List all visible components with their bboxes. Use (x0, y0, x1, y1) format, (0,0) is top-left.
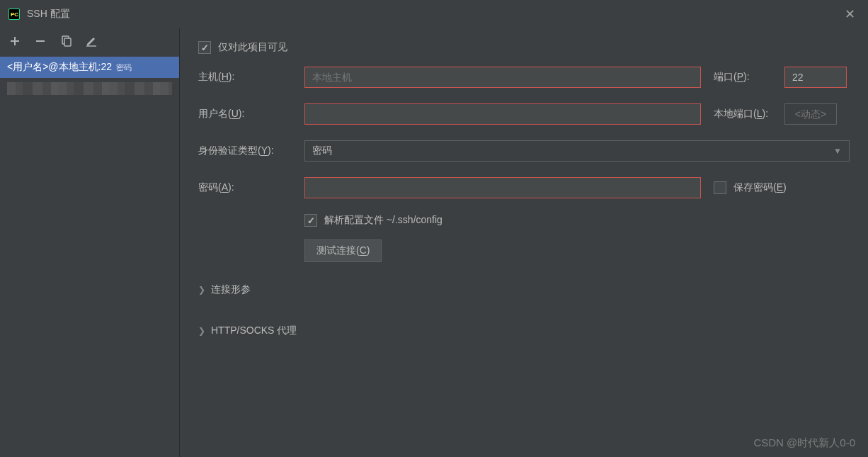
expander-label: HTTP/SOCKS 代理 (211, 325, 297, 337)
watermark: CSDN @时代新人0-0 (753, 436, 855, 450)
edit-icon[interactable] (85, 35, 98, 47)
app-icon: PC (7, 7, 21, 21)
save-password-label: 保存密码(E) (733, 181, 787, 194)
window-title: SSH 配置 (27, 8, 70, 21)
sidebar: <用户名>@本地主机:22 密码 (0, 28, 180, 457)
host-input[interactable] (304, 67, 701, 88)
config-item-2[interactable] (0, 78, 179, 99)
visible-only-checkbox[interactable] (198, 41, 211, 54)
test-connection-button[interactable]: 测试连接(C) (304, 239, 382, 262)
chevron-down-icon: ▼ (833, 146, 842, 156)
sidebar-toolbar (0, 28, 179, 57)
parse-config-label: 解析配置文件 ~/.ssh/config (324, 214, 442, 227)
port-label: 端口(P): (714, 71, 784, 84)
expander-proxy[interactable]: ❯ HTTP/SOCKS 代理 (198, 325, 850, 337)
auth-type-label: 身份验证类型(Y): (198, 145, 304, 157)
port-input[interactable] (784, 67, 847, 88)
parse-config-checkbox[interactable] (304, 214, 317, 227)
chevron-right-icon: ❯ (198, 326, 205, 336)
host-label: 主机(H): (198, 71, 304, 84)
remove-icon[interactable] (34, 35, 47, 47)
local-port-label: 本地端口(L): (714, 108, 784, 120)
copy-icon[interactable] (59, 35, 72, 47)
close-icon[interactable]: ✕ (839, 4, 861, 25)
expander-label: 连接形参 (211, 283, 251, 296)
form-panel: 仅对此项目可见 主机(H): 端口(P): 用户名(U): 本地端口(L): 身… (180, 28, 868, 457)
local-port-input[interactable] (784, 103, 837, 125)
svg-rect-4 (64, 38, 71, 46)
save-password-checkbox[interactable] (714, 181, 726, 194)
add-icon[interactable] (8, 35, 21, 47)
svg-text:PC: PC (11, 11, 18, 18)
password-input[interactable] (304, 177, 701, 198)
password-label: 密码(A): (198, 181, 304, 194)
config-item-suffix: 密码 (116, 62, 132, 73)
auth-type-value: 密码 (312, 145, 332, 157)
expander-connection-params[interactable]: ❯ 连接形参 (198, 283, 850, 296)
visible-only-label: 仅对此项目可见 (218, 41, 287, 54)
titlebar: PC SSH 配置 ✕ (0, 0, 868, 28)
auth-type-select[interactable]: 密码 ▼ (304, 140, 850, 162)
redacted-item (7, 82, 172, 95)
config-item-1[interactable]: <用户名>@本地主机:22 密码 (0, 57, 179, 78)
username-input[interactable] (304, 103, 701, 125)
username-label: 用户名(U): (198, 108, 304, 120)
config-item-label: <用户名>@本地主机:22 (7, 61, 112, 74)
chevron-right-icon: ❯ (198, 285, 205, 295)
config-list: <用户名>@本地主机:22 密码 (0, 57, 179, 457)
